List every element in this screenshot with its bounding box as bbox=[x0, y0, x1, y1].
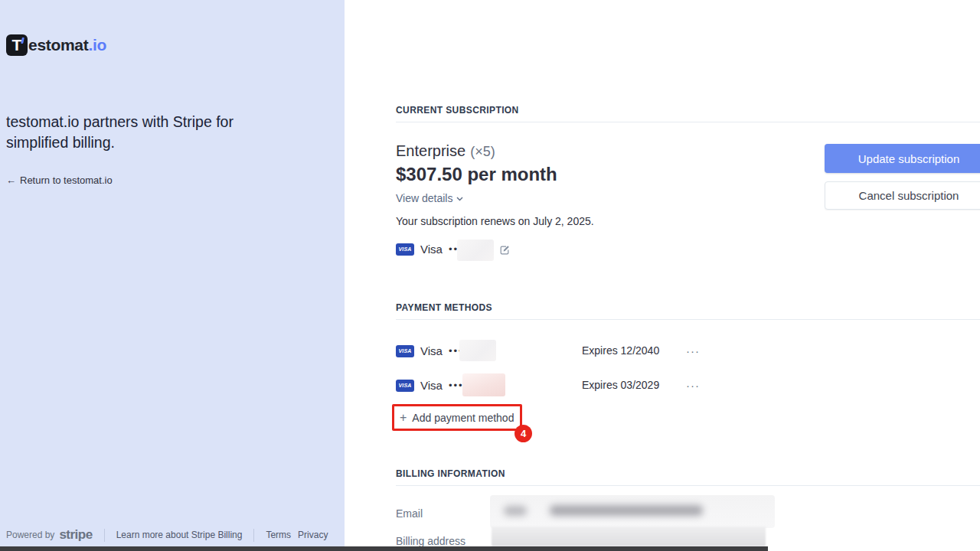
card-number-redacted bbox=[459, 340, 496, 361]
edit-card-icon[interactable] bbox=[499, 245, 510, 256]
overflow-menu-icon[interactable]: ··· bbox=[686, 345, 700, 357]
cancel-subscription-button[interactable]: Cancel subscription bbox=[825, 181, 980, 210]
plan-quantity: (×5) bbox=[470, 144, 495, 160]
billing-address-label: Billing address bbox=[396, 535, 466, 547]
visa-icon: VISA bbox=[396, 243, 414, 256]
sidebar-headline: testomat.io partners with Stripe for sim… bbox=[6, 112, 250, 153]
section-divider bbox=[396, 485, 980, 486]
section-divider bbox=[396, 122, 980, 122]
section-divider bbox=[396, 319, 980, 320]
learn-more-link[interactable]: Learn more about Stripe Billing bbox=[116, 530, 243, 540]
card-brand: Visa bbox=[420, 344, 443, 357]
redaction-blob bbox=[504, 506, 527, 516]
plan-line: Enterprise (×5) bbox=[396, 142, 495, 160]
current-subscription-heading: CURRENT SUBSCRIPTION bbox=[396, 105, 519, 116]
logo-wordmark: estomat bbox=[28, 36, 88, 54]
return-link[interactable]: ← Return to testomat.io bbox=[6, 174, 113, 186]
visa-icon: VISA bbox=[396, 380, 414, 392]
redaction-blob bbox=[550, 505, 703, 516]
payment-methods-heading: PAYMENT METHODS bbox=[396, 302, 492, 313]
footer-divider bbox=[104, 529, 105, 542]
card-expiry: Expires 03/2029 bbox=[582, 379, 659, 391]
sidebar: T estomat.io testomat.io partners with S… bbox=[0, 0, 345, 551]
stripe-logo[interactable]: stripe bbox=[59, 527, 92, 543]
sidebar-footer: Powered by stripe Learn more about Strip… bbox=[6, 527, 328, 543]
privacy-link[interactable]: Privacy bbox=[298, 530, 328, 540]
card-number-redacted bbox=[462, 373, 505, 396]
chevron-down-icon bbox=[456, 194, 464, 203]
plan-price: $307.50 per month bbox=[396, 164, 557, 185]
view-details-toggle[interactable]: View details bbox=[396, 192, 464, 204]
card-number-redacted bbox=[457, 240, 494, 261]
add-payment-method-button[interactable]: + Add payment method bbox=[400, 412, 514, 424]
overflow-menu-icon[interactable]: ··· bbox=[686, 380, 700, 391]
address-value-redacted bbox=[492, 527, 766, 546]
plus-icon: + bbox=[400, 412, 407, 424]
payment-method-row: VISA Visa •••• bbox=[396, 344, 469, 357]
annotation-badge: 4 bbox=[514, 425, 532, 442]
logo-suffix: .io bbox=[88, 36, 106, 54]
card-brand: Visa bbox=[420, 243, 443, 256]
add-payment-method-label: Add payment method bbox=[412, 412, 514, 424]
plan-name: Enterprise bbox=[396, 142, 466, 160]
card-brand: Visa bbox=[420, 379, 443, 392]
visa-icon: VISA bbox=[396, 345, 414, 357]
arrow-left-icon: ← bbox=[6, 174, 16, 186]
testomat-logo[interactable]: T estomat.io bbox=[6, 34, 106, 56]
redaction-bar bbox=[0, 546, 768, 551]
powered-by-label: Powered by bbox=[6, 530, 54, 540]
payment-method-row: VISA Visa •••• bbox=[396, 379, 469, 392]
email-label: Email bbox=[396, 507, 423, 520]
logo-accent-mark bbox=[21, 37, 24, 44]
testomat-logo-icon: T bbox=[6, 34, 28, 56]
footer-divider bbox=[253, 529, 254, 542]
return-link-label: Return to testomat.io bbox=[20, 174, 113, 186]
renewal-note: Your subscription renews on July 2, 2025… bbox=[396, 215, 594, 227]
terms-link[interactable]: Terms bbox=[266, 530, 291, 540]
billing-information-heading: BILLING INFORMATION bbox=[396, 468, 505, 479]
update-subscription-button[interactable]: Update subscription bbox=[825, 144, 980, 173]
card-expiry: Expires 12/2040 bbox=[582, 344, 659, 357]
email-value-redacted bbox=[490, 495, 775, 528]
view-details-label: View details bbox=[396, 192, 452, 204]
